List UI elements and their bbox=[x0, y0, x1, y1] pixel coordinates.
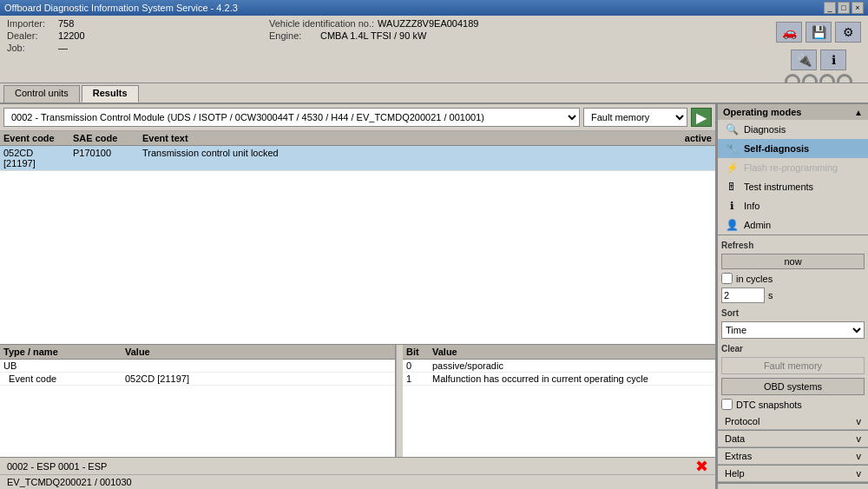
th-sae-code: SAE code bbox=[73, 133, 142, 143]
bottom-left-header: Type / name Value bbox=[0, 345, 395, 360]
help-header[interactable]: Help v bbox=[718, 466, 868, 482]
help-section: Help v bbox=[718, 466, 868, 483]
help-label: Help bbox=[725, 468, 745, 479]
maximize-button[interactable]: □ bbox=[838, 2, 850, 14]
minimize-button[interactable]: _ bbox=[824, 2, 836, 14]
self-diagnosis-icon: 🔧 bbox=[725, 142, 739, 155]
seconds-unit: s bbox=[768, 290, 773, 301]
splitter[interactable] bbox=[396, 345, 403, 457]
network-icon[interactable]: 🔌 bbox=[791, 50, 817, 70]
operating-modes-label: Operating modes bbox=[723, 107, 801, 117]
bottom-id: EV_TCMDQ200021 / 001030 bbox=[7, 477, 132, 487]
cycles-input-row: s bbox=[721, 287, 865, 303]
chevron-up-icon: ▲ bbox=[854, 108, 863, 117]
self-diagnosis-button[interactable]: 🔧 Self-diagnosis bbox=[718, 139, 868, 158]
flash-reprogramming-button[interactable]: ⚡ Flash re-programming bbox=[718, 158, 868, 177]
car-icon[interactable]: 🚗 bbox=[776, 22, 802, 43]
bl-type: UB bbox=[3, 360, 125, 371]
toolbar-icons2: 🔌 ℹ bbox=[791, 50, 846, 70]
bottom-right-body: 0 passive/sporadic 1 Malfunction has occ… bbox=[403, 360, 715, 457]
extras-section: Extras v bbox=[718, 448, 868, 466]
dealer-label: Dealer: bbox=[7, 30, 55, 41]
operating-modes-items: 🔍 Diagnosis 🔧 Self-diagnosis ⚡ Flash re-… bbox=[718, 120, 868, 235]
extras-arrow-icon: v bbox=[857, 451, 862, 461]
fault-table: Event code SAE code Event text active 05… bbox=[0, 131, 715, 344]
list-item: 0 passive/sporadic bbox=[403, 360, 715, 373]
bottom-action-icons: ⏩ ▣ 🚫 bbox=[718, 483, 868, 489]
td-active bbox=[672, 146, 715, 170]
protocol-label: Protocol bbox=[725, 416, 760, 426]
admin-button[interactable]: 👤 Admin bbox=[718, 215, 868, 235]
computer-icon[interactable]: 💾 bbox=[806, 22, 832, 43]
clear-label: Clear bbox=[721, 344, 865, 354]
data-header[interactable]: Data v bbox=[718, 431, 868, 447]
right-panel: Operating modes ▲ 🔍 Diagnosis 🔧 Self-dia… bbox=[716, 104, 868, 489]
th-event-code: Event code bbox=[3, 133, 73, 143]
tabs-bar: Control units Results bbox=[0, 83, 868, 104]
br-bit: 0 bbox=[406, 360, 432, 371]
protocol-header[interactable]: Protocol v bbox=[718, 413, 868, 430]
now-button[interactable]: now bbox=[721, 254, 865, 269]
controls-panel: Refresh now in cycles s Sort Time Clear … bbox=[718, 235, 868, 413]
test-instruments-button[interactable]: 🎚 Test instruments bbox=[718, 177, 868, 196]
status-bar: 0002 - ESP 0001 - ESP ✖ bbox=[0, 457, 715, 474]
vin-value: WAUZZZ8V9EA004189 bbox=[378, 18, 478, 29]
admin-icon: 👤 bbox=[725, 218, 739, 232]
job-value: — bbox=[58, 43, 68, 53]
th-active: active bbox=[668, 133, 712, 143]
settings-icon[interactable]: ⚙ bbox=[835, 22, 861, 43]
br-value: passive/sporadic bbox=[432, 360, 712, 371]
module-bar: 0002 - Transmission Control Module (UDS … bbox=[0, 104, 715, 131]
info-mid: Vehicle identification no.: WAUZZZ8V9EA0… bbox=[269, 18, 759, 41]
obd-systems-button[interactable]: OBD systems bbox=[721, 378, 865, 395]
dtc-checkbox[interactable] bbox=[721, 399, 733, 410]
bl-th-type: Type / name bbox=[3, 347, 125, 357]
help-arrow-icon: v bbox=[857, 468, 862, 479]
self-diagnosis-label: Self-diagnosis bbox=[744, 143, 809, 154]
info-button[interactable]: ℹ Info bbox=[718, 196, 868, 215]
extras-label: Extras bbox=[725, 451, 752, 461]
br-th-bit: Bit bbox=[406, 347, 432, 357]
fault-memory-button[interactable]: Fault memory bbox=[721, 357, 865, 374]
close-button[interactable]: × bbox=[852, 2, 864, 14]
dtc-row: DTC snapshots bbox=[721, 399, 865, 410]
error-icon[interactable]: ✖ bbox=[695, 457, 708, 476]
status-text: 0002 - ESP 0001 - ESP bbox=[7, 461, 107, 472]
module-select[interactable]: 0002 - Transmission Control Module (UDS … bbox=[3, 108, 580, 127]
info-panel-icon: ℹ bbox=[725, 199, 739, 213]
info-icon[interactable]: ℹ bbox=[820, 50, 846, 70]
in-cycles-checkbox[interactable] bbox=[721, 273, 733, 284]
cycles-input[interactable] bbox=[721, 287, 765, 303]
importer-label: Importer: bbox=[7, 18, 55, 29]
table-row[interactable]: 052CD [21197] P170100 Transmission contr… bbox=[0, 146, 715, 171]
td-event-text: Transmission control unit locked bbox=[139, 146, 672, 170]
diagnosis-button[interactable]: 🔍 Diagnosis bbox=[718, 120, 868, 139]
operating-modes-header[interactable]: Operating modes ▲ bbox=[718, 104, 868, 120]
mode-select[interactable]: Fault memory bbox=[583, 108, 687, 127]
extras-header[interactable]: Extras v bbox=[718, 448, 868, 465]
importer-value: 758 bbox=[58, 18, 74, 29]
refresh-label: Refresh bbox=[721, 241, 865, 250]
go-button[interactable]: ▶ bbox=[691, 108, 712, 127]
operating-modes-section: Operating modes ▲ 🔍 Diagnosis 🔧 Self-dia… bbox=[718, 104, 868, 235]
data-label: Data bbox=[725, 433, 745, 444]
dealer-value: 12200 bbox=[58, 30, 85, 41]
td-event-code: 052CD [21197] bbox=[0, 146, 69, 170]
tab-control-units[interactable]: Control units bbox=[3, 85, 80, 102]
title-bar: Offboard Diagnostic Information System S… bbox=[0, 0, 868, 16]
sort-label: Sort bbox=[721, 308, 865, 318]
list-item: Event code 052CD [21197] bbox=[0, 373, 395, 386]
tab-results[interactable]: Results bbox=[82, 85, 139, 102]
bl-value bbox=[125, 360, 391, 371]
bottom-left-body: UB Event code 052CD [21197] bbox=[0, 360, 395, 457]
engine-label: Engine: bbox=[269, 30, 317, 41]
bottom-right: Bit Value 0 passive/sporadic 1 Malfuncti… bbox=[403, 345, 715, 457]
list-item: UB bbox=[0, 360, 395, 373]
sort-select[interactable]: Time bbox=[721, 321, 865, 339]
status-left: 0002 - ESP 0001 - ESP bbox=[7, 461, 107, 472]
flash-icon: ⚡ bbox=[725, 161, 739, 175]
info-bar: Importer: 758 Dealer: 12200 Job: — Vehic… bbox=[0, 16, 868, 83]
dtc-label: DTC snapshots bbox=[736, 400, 802, 410]
in-cycles-row: in cycles bbox=[721, 273, 865, 284]
info-left: Importer: 758 Dealer: 12200 Job: — bbox=[7, 18, 252, 53]
